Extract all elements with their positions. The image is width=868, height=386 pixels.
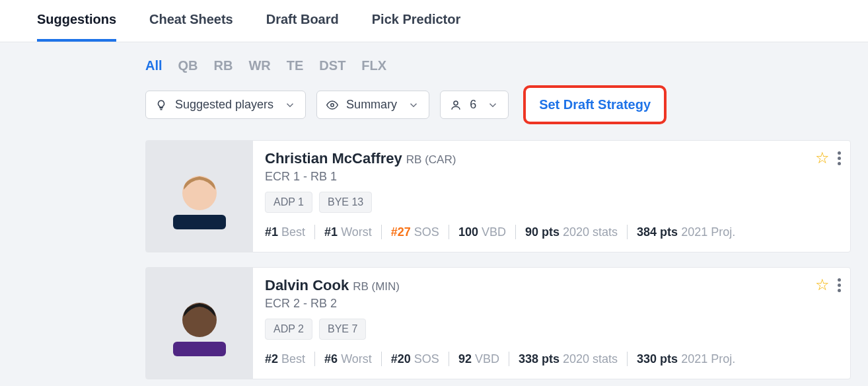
tab-suggestions[interactable]: Suggestions xyxy=(37,12,116,42)
player-card: ☆Dalvin Cook RB (MIN)ECR 2 - RB 2ADP 2BY… xyxy=(145,267,851,379)
stat-best: #2 Best xyxy=(265,352,305,366)
player-name: Dalvin Cook xyxy=(265,277,349,294)
player-avatar xyxy=(146,268,253,379)
player-ecr: ECR 2 - RB 2 xyxy=(265,297,838,311)
svg-point-0 xyxy=(331,103,334,106)
player-badge: ADP 2 xyxy=(265,319,312,340)
stat-prev: 90 pts 2020 stats xyxy=(525,225,618,239)
pos-filter-dst[interactable]: DST xyxy=(319,58,345,73)
pos-filter-rb[interactable]: RB xyxy=(214,58,233,73)
stat-separator xyxy=(381,352,382,366)
pos-filter-flx[interactable]: FLX xyxy=(361,58,386,73)
count-label: 6 xyxy=(470,98,476,112)
star-icon[interactable]: ☆ xyxy=(815,149,830,167)
pos-filter-all[interactable]: All xyxy=(145,58,163,73)
player-badge: BYE 13 xyxy=(319,192,372,213)
player-avatar xyxy=(146,141,253,252)
stat-sos: #20 SOS xyxy=(391,352,439,366)
tab-pick-predictor[interactable]: Pick Predictor xyxy=(372,12,461,42)
stat-best: #1 Best xyxy=(265,225,305,239)
stat-separator xyxy=(449,225,449,239)
svg-point-3 xyxy=(182,176,217,210)
svg-rect-2 xyxy=(173,215,226,229)
svg-point-5 xyxy=(182,303,217,337)
chevron-down-icon xyxy=(284,99,296,111)
pos-filter-te[interactable]: TE xyxy=(287,58,304,73)
chevron-down-icon xyxy=(487,99,499,111)
stat-separator xyxy=(509,352,509,366)
pos-filter-wr[interactable]: WR xyxy=(248,58,270,73)
svg-point-1 xyxy=(454,101,458,105)
count-dropdown[interactable]: 6 xyxy=(440,91,509,119)
suggested-players-dropdown[interactable]: Suggested players xyxy=(145,91,306,119)
pos-filter-qb[interactable]: QB xyxy=(178,58,198,73)
lightbulb-icon xyxy=(155,99,167,111)
tab-draft-board[interactable]: Draft Board xyxy=(266,12,339,42)
stat-worst: #6 Worst xyxy=(324,352,372,366)
suggested-players-label: Suggested players xyxy=(175,98,273,112)
stat-proj: 330 pts 2021 Proj. xyxy=(637,352,735,366)
player-ecr: ECR 1 - RB 1 xyxy=(265,170,838,184)
stat-separator xyxy=(381,225,382,239)
stat-prev: 338 pts 2020 stats xyxy=(519,352,618,366)
stat-separator xyxy=(314,352,315,366)
star-icon[interactable]: ☆ xyxy=(815,276,830,294)
summary-dropdown[interactable]: Summary xyxy=(316,91,429,119)
player-position: RB (MIN) xyxy=(353,280,400,293)
player-position: RB (CAR) xyxy=(406,153,456,167)
eye-icon xyxy=(326,99,338,111)
tab-cheat-sheets[interactable]: Cheat Sheets xyxy=(149,12,233,42)
set-draft-strategy-button[interactable]: Set Draft Strategy xyxy=(523,85,667,124)
kebab-menu-icon[interactable] xyxy=(838,151,841,165)
summary-label: Summary xyxy=(346,98,397,112)
player-name: Christian McCaffrey xyxy=(265,150,402,167)
stat-worst: #1 Worst xyxy=(324,225,372,239)
kebab-menu-icon[interactable] xyxy=(838,278,841,292)
stat-separator xyxy=(515,225,516,239)
stat-vbd: 92 VBD xyxy=(458,352,499,366)
stat-separator xyxy=(314,225,315,239)
svg-rect-4 xyxy=(173,342,226,356)
user-icon xyxy=(450,99,462,111)
chevron-down-icon xyxy=(408,99,419,111)
stat-proj: 384 pts 2021 Proj. xyxy=(637,225,735,239)
stat-separator xyxy=(627,225,628,239)
stat-vbd: 100 VBD xyxy=(458,225,506,239)
stat-separator xyxy=(449,352,449,366)
player-badge: ADP 1 xyxy=(265,192,312,213)
player-badge: BYE 7 xyxy=(319,319,366,340)
stat-sos: #27 SOS xyxy=(391,225,439,239)
stat-separator xyxy=(627,352,628,366)
player-card: ☆Christian McCaffrey RB (CAR)ECR 1 - RB … xyxy=(145,140,851,252)
